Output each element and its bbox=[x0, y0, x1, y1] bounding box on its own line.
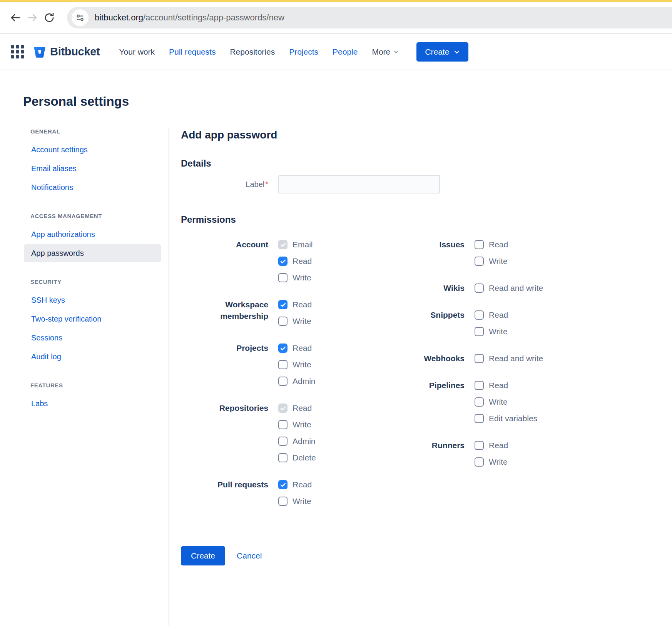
checked-checkbox-icon[interactable] bbox=[278, 257, 288, 266]
unchecked-checkbox-icon[interactable] bbox=[475, 397, 484, 407]
sidebar: GENERALAccount settingsEmail aliasesNoti… bbox=[0, 128, 169, 625]
checkbox-repositories-delete[interactable]: Delete bbox=[278, 452, 316, 464]
label-input[interactable] bbox=[278, 175, 440, 193]
unchecked-checkbox-icon[interactable] bbox=[278, 437, 288, 446]
unchecked-checkbox-icon[interactable] bbox=[475, 441, 484, 450]
cancel-link[interactable]: Cancel bbox=[237, 551, 262, 560]
permission-options: ReadWrite bbox=[475, 440, 508, 468]
address-bar[interactable]: bitbucket.org/account/settings/app-passw… bbox=[67, 7, 672, 28]
nav-item-people[interactable]: People bbox=[333, 47, 358, 57]
unchecked-checkbox-icon[interactable] bbox=[475, 381, 484, 390]
site-settings-icon[interactable] bbox=[72, 9, 89, 26]
checkbox-label: Write bbox=[489, 326, 508, 337]
bitbucket-home-link[interactable]: Bitbucket bbox=[33, 45, 100, 59]
sidebar-item-email-aliases[interactable]: Email aliases bbox=[24, 160, 161, 178]
unchecked-checkbox-icon[interactable] bbox=[278, 420, 288, 429]
checkbox-snippets-write[interactable]: Write bbox=[475, 326, 508, 337]
checkbox-snippets-read[interactable]: Read bbox=[475, 309, 508, 321]
nav-item-repositories[interactable]: Repositories bbox=[230, 47, 275, 57]
unchecked-checkbox-icon[interactable] bbox=[278, 360, 288, 369]
checkbox-pipelines-edit-variables[interactable]: Edit variables bbox=[475, 413, 537, 424]
reload-icon bbox=[43, 12, 55, 24]
checkbox-projects-write[interactable]: Write bbox=[278, 359, 316, 370]
sidebar-item-two-step-verification[interactable]: Two-step verification bbox=[24, 310, 161, 328]
checkbox-label: Read bbox=[489, 380, 508, 391]
unchecked-checkbox-icon[interactable] bbox=[475, 240, 484, 249]
app-switcher-grid-icon[interactable] bbox=[11, 45, 24, 58]
checked-checkbox-icon[interactable] bbox=[278, 344, 288, 353]
checkbox-webhooks-read-and-write[interactable]: Read and write bbox=[475, 353, 543, 364]
checkbox-workspace-membership-read[interactable]: Read bbox=[278, 299, 312, 310]
chevron-down-icon bbox=[393, 49, 399, 55]
permission-group-label: Repositories bbox=[181, 402, 268, 414]
unchecked-checkbox-icon[interactable] bbox=[278, 497, 288, 506]
checkbox-wikis-read-and-write[interactable]: Read and write bbox=[475, 282, 543, 294]
checkbox-repositories-admin[interactable]: Admin bbox=[278, 435, 316, 447]
nav-item-your-work[interactable]: Your work bbox=[119, 47, 155, 57]
checkbox-account-write[interactable]: Write bbox=[278, 272, 313, 283]
nav-create-button[interactable]: Create bbox=[416, 42, 468, 62]
nav-item-pull-requests[interactable]: Pull requests bbox=[169, 47, 216, 57]
checkbox-label: Write bbox=[293, 315, 311, 327]
checkbox-label: Read bbox=[293, 342, 312, 354]
unchecked-checkbox-icon[interactable] bbox=[278, 317, 288, 326]
nav-item-more[interactable]: More bbox=[372, 47, 399, 57]
unchecked-checkbox-icon[interactable] bbox=[475, 414, 484, 423]
permission-options: Read and write bbox=[475, 282, 543, 294]
checkbox-pipelines-read[interactable]: Read bbox=[475, 380, 537, 391]
checked-checkbox-icon bbox=[278, 240, 288, 249]
sidebar-item-sessions[interactable]: Sessions bbox=[24, 329, 161, 347]
forward-button[interactable] bbox=[24, 9, 41, 26]
permission-group-label: Pipelines bbox=[376, 380, 465, 391]
bitbucket-logo-icon bbox=[33, 45, 47, 59]
checkbox-issues-read[interactable]: Read bbox=[475, 239, 508, 250]
checkbox-issues-write[interactable]: Write bbox=[475, 255, 508, 267]
sidebar-item-account-settings[interactable]: Account settings bbox=[24, 141, 161, 159]
sidebar-item-labs[interactable]: Labs bbox=[24, 395, 161, 413]
sidebar-item-ssh-keys[interactable]: SSH keys bbox=[24, 291, 161, 309]
checkbox-account-read[interactable]: Read bbox=[278, 255, 313, 267]
unchecked-checkbox-icon[interactable] bbox=[475, 283, 484, 293]
back-button[interactable] bbox=[7, 9, 24, 26]
checkbox-label: Write bbox=[489, 396, 508, 408]
nav-create-label: Create bbox=[425, 47, 449, 57]
unchecked-checkbox-icon[interactable] bbox=[475, 354, 484, 363]
unchecked-checkbox-icon[interactable] bbox=[278, 377, 288, 386]
form-actions: Create Cancel bbox=[181, 546, 672, 565]
checkbox-pull-requests-write[interactable]: Write bbox=[278, 495, 312, 507]
permission-group-label: Snippets bbox=[376, 309, 465, 321]
sidebar-item-audit-log[interactable]: Audit log bbox=[24, 348, 161, 366]
checkbox-pull-requests-read[interactable]: Read bbox=[278, 479, 312, 490]
checkbox-workspace-membership-write[interactable]: Write bbox=[278, 315, 312, 327]
unchecked-checkbox-icon[interactable] bbox=[278, 453, 288, 462]
page-title: Personal settings bbox=[23, 94, 672, 109]
sidebar-item-notifications[interactable]: Notifications bbox=[24, 178, 161, 197]
required-asterisk: * bbox=[265, 180, 268, 188]
sidebar-item-app-authorizations[interactable]: App authorizations bbox=[24, 225, 161, 243]
permission-options: ReadWrite bbox=[475, 239, 508, 267]
url-path: /account/settings/app-passwords/new bbox=[143, 13, 284, 22]
checkbox-projects-admin[interactable]: Admin bbox=[278, 375, 316, 387]
checkbox-pipelines-write[interactable]: Write bbox=[475, 396, 537, 408]
sidebar-section-heading: GENERAL bbox=[23, 128, 169, 135]
unchecked-checkbox-icon[interactable] bbox=[475, 257, 484, 266]
unchecked-checkbox-icon[interactable] bbox=[475, 457, 484, 467]
checkbox-label: Write bbox=[293, 495, 311, 507]
create-button[interactable]: Create bbox=[181, 546, 225, 565]
permission-group-wikis: WikisRead and write bbox=[376, 282, 543, 294]
checked-checkbox-icon[interactable] bbox=[278, 300, 288, 309]
checkbox-runners-read[interactable]: Read bbox=[475, 440, 508, 451]
checkbox-projects-read[interactable]: Read bbox=[278, 342, 316, 354]
checkbox-runners-write[interactable]: Write bbox=[475, 456, 508, 468]
checked-checkbox-icon[interactable] bbox=[278, 480, 288, 489]
permission-group-snippets: SnippetsReadWrite bbox=[376, 309, 543, 337]
checkbox-label: Write bbox=[293, 419, 311, 430]
unchecked-checkbox-icon[interactable] bbox=[475, 310, 484, 320]
unchecked-checkbox-icon[interactable] bbox=[475, 327, 484, 336]
reload-button[interactable] bbox=[41, 9, 58, 26]
checkbox-repositories-write[interactable]: Write bbox=[278, 419, 316, 430]
nav-item-projects[interactable]: Projects bbox=[289, 47, 318, 57]
unchecked-checkbox-icon[interactable] bbox=[278, 273, 288, 282]
url-text: bitbucket.org/account/settings/app-passw… bbox=[95, 13, 284, 23]
sidebar-item-app-passwords[interactable]: App passwords bbox=[24, 244, 161, 262]
